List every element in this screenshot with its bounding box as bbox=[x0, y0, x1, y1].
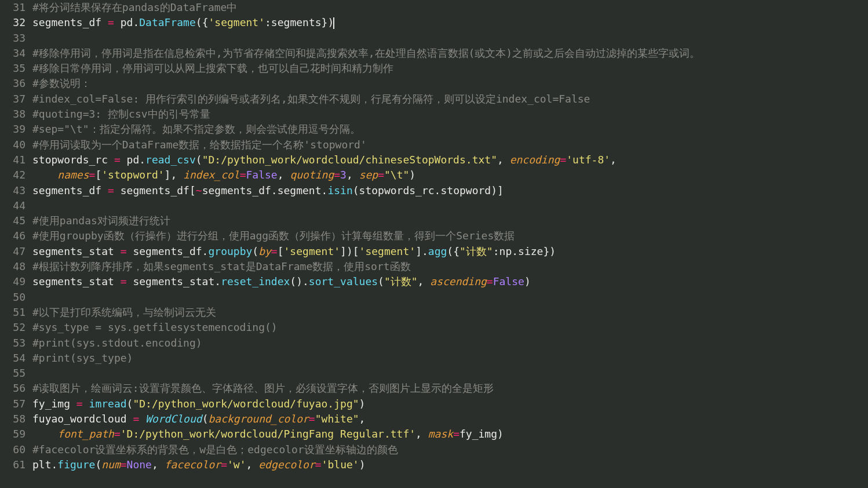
code-token: = bbox=[121, 245, 127, 257]
code-token: segments_stat bbox=[32, 275, 121, 287]
line-number: 43 bbox=[5, 183, 25, 198]
code-line[interactable]: #以下是打印系统编码，与绘制词云无关 bbox=[32, 305, 868, 320]
line-number: 46 bbox=[5, 228, 25, 243]
line-number: 31 bbox=[5, 0, 25, 15]
code-token: "D:/python_work/wordcloud/chineseStopWor… bbox=[202, 154, 497, 166]
code-line[interactable]: #print(sys.stdout.encoding) bbox=[32, 336, 868, 351]
code-line[interactable]: segments_df = pd.DataFrame({'segment':se… bbox=[32, 15, 868, 30]
code-token: , bbox=[359, 413, 366, 425]
code-line[interactable]: fuyao_wordcloud = WordCloud(background_c… bbox=[32, 411, 868, 427]
line-number: 32 bbox=[5, 15, 25, 30]
code-token: False bbox=[246, 169, 278, 181]
code-line[interactable]: #停用词读取为一个DataFrame数据，给数据指定一个名称'stopword' bbox=[32, 137, 868, 152]
code-line[interactable]: plt.figure(num=None, facecolor='w', edge… bbox=[32, 457, 868, 472]
code-token: = bbox=[114, 154, 121, 166]
code-line[interactable]: #index_col=False: 用作行索引的列编号或者列名,如果文件不规则，… bbox=[32, 92, 868, 107]
code-line[interactable]: #根据计数列降序排序，如果segments_stat是DataFrame数据，使… bbox=[32, 259, 868, 274]
line-number: 45 bbox=[5, 213, 25, 228]
code-line[interactable] bbox=[32, 290, 868, 305]
code-token: ascending bbox=[430, 275, 487, 287]
code-line[interactable]: #facecolor设置坐标系的背景色，w是白色；edgecolor设置坐标轴边… bbox=[32, 442, 868, 457]
code-token: None bbox=[127, 458, 152, 471]
code-line[interactable]: segments_stat = segments_stat.reset_inde… bbox=[32, 274, 868, 289]
code-line[interactable] bbox=[32, 366, 868, 381]
code-line[interactable]: font_path='D:/python_work/wordcloud/Ping… bbox=[32, 427, 868, 442]
code-token: . bbox=[133, 16, 139, 28]
line-number: 39 bbox=[5, 122, 25, 137]
code-token: #print(sys_type) bbox=[32, 352, 133, 364]
code-token: facecolor bbox=[165, 458, 221, 471]
code-line[interactable]: #移除停用词，停用词是指在信息检索中,为节省存储空间和提高搜索效率,在处理自然语… bbox=[32, 46, 868, 61]
code-token: reset_index bbox=[221, 275, 290, 287]
text-cursor bbox=[333, 17, 334, 29]
code-token: :segments}) bbox=[265, 16, 334, 28]
code-token: segments_stat bbox=[32, 245, 121, 257]
code-token: font_path bbox=[57, 428, 114, 440]
code-token: ], bbox=[165, 169, 184, 181]
code-token: = bbox=[76, 398, 83, 410]
code-line[interactable]: fy_img = imread("D:/python_work/wordclou… bbox=[32, 396, 868, 411]
line-number: 34 bbox=[5, 46, 25, 61]
line-number: 33 bbox=[5, 31, 25, 46]
line-number: 48 bbox=[5, 259, 25, 274]
line-number: 53 bbox=[5, 336, 25, 351]
code-token: = bbox=[453, 428, 459, 440]
code-line[interactable]: #quoting=3: 控制csv中的引号常量 bbox=[32, 107, 868, 122]
code-token: #以下是打印系统编码，与绘制词云无关 bbox=[32, 306, 216, 318]
code-token: = bbox=[133, 413, 139, 425]
code-token: = bbox=[309, 413, 315, 425]
line-number: 57 bbox=[5, 396, 25, 411]
code-token: ~ bbox=[196, 184, 202, 196]
code-token: #读取图片，绘画词云:设置背景颜色、字体路径、图片，必须设置字体，否则图片上显示… bbox=[32, 382, 494, 394]
code-token: 'segment' bbox=[359, 245, 416, 257]
code-line[interactable]: segments_stat = segments_df.groupby(by=[… bbox=[32, 244, 868, 259]
code-line[interactable]: #读取图片，绘画词云:设置背景颜色、字体路径、图片，必须设置字体，否则图片上显示… bbox=[32, 381, 868, 396]
code-token: index_col bbox=[183, 169, 240, 181]
code-line[interactable]: #sys_type = sys.getfilesystemencoding() bbox=[32, 320, 868, 335]
code-token: ])[ bbox=[340, 245, 359, 257]
code-token: fy_img bbox=[32, 398, 76, 410]
code-area[interactable]: #将分词结果保存在pandas的DataFrame中segments_df = … bbox=[32, 0, 868, 488]
code-token bbox=[32, 169, 57, 181]
code-token: segments_df bbox=[32, 184, 108, 196]
code-line[interactable]: #将分词结果保存在pandas的DataFrame中 bbox=[32, 0, 868, 15]
code-token: "D:/python_work/wordcloud/fuyao.jpg" bbox=[133, 398, 359, 410]
code-token: = bbox=[334, 169, 340, 181]
code-token: #facecolor设置坐标系的背景色，w是白色；edgecolor设置坐标轴边… bbox=[32, 443, 398, 456]
code-token: WordCloud bbox=[145, 413, 202, 425]
code-token: = bbox=[271, 245, 278, 257]
code-line[interactable]: #print(sys_type) bbox=[32, 351, 868, 366]
line-number: 36 bbox=[5, 76, 25, 91]
code-token: pd bbox=[114, 16, 133, 28]
code-token: = bbox=[89, 169, 96, 181]
line-number: 61 bbox=[5, 457, 25, 472]
code-line[interactable]: #sep="\t"：指定分隔符。如果不指定参数，则会尝试使用逗号分隔。 bbox=[32, 122, 868, 137]
code-token: mask bbox=[428, 428, 453, 440]
code-token: sep bbox=[359, 169, 378, 181]
code-line[interactable] bbox=[32, 31, 868, 46]
code-token: , bbox=[497, 154, 510, 166]
code-line[interactable]: #使用pandas对词频进行统计 bbox=[32, 213, 868, 228]
code-line[interactable]: stopwords_rc = pd.read_csv("D:/python_wo… bbox=[32, 152, 868, 167]
code-line[interactable]: #使用groupby函数（行操作）进行分组，使用agg函数（列操作）计算每组数量… bbox=[32, 228, 868, 243]
code-line[interactable] bbox=[32, 198, 868, 213]
code-editor[interactable]: 3132333435363738394041424344454647484950… bbox=[0, 0, 868, 488]
line-number: 49 bbox=[5, 274, 25, 289]
code-line[interactable]: segments_df = segments_df[~segments_df.s… bbox=[32, 183, 868, 198]
code-line[interactable]: #参数说明： bbox=[32, 76, 868, 91]
line-number: 59 bbox=[5, 427, 25, 442]
code-line[interactable]: #移除日常停用词，停用词可以从网上搜索下载，也可以自己花时间和精力制作 bbox=[32, 61, 868, 76]
code-token: pd. bbox=[121, 154, 145, 166]
code-token: segments_df. bbox=[127, 245, 209, 257]
code-token: , bbox=[418, 275, 431, 287]
code-token: 'segment' bbox=[208, 16, 265, 28]
code-token: #sep="\t"：指定分隔符。如果不指定参数，则会尝试使用逗号分隔。 bbox=[32, 123, 360, 135]
code-token: segments_df.segment. bbox=[202, 184, 328, 196]
code-token: , bbox=[610, 154, 617, 166]
code-token: ( bbox=[95, 458, 101, 471]
code-line[interactable]: names=['stopword'], index_col=False, quo… bbox=[32, 167, 868, 183]
code-token: #停用词读取为一个DataFrame数据，给数据指定一个名称'stopword' bbox=[32, 139, 367, 151]
code-token: = bbox=[240, 169, 246, 181]
code-token: background_color bbox=[208, 413, 308, 425]
code-token: (stopwords_rc.stopword)] bbox=[353, 184, 504, 196]
